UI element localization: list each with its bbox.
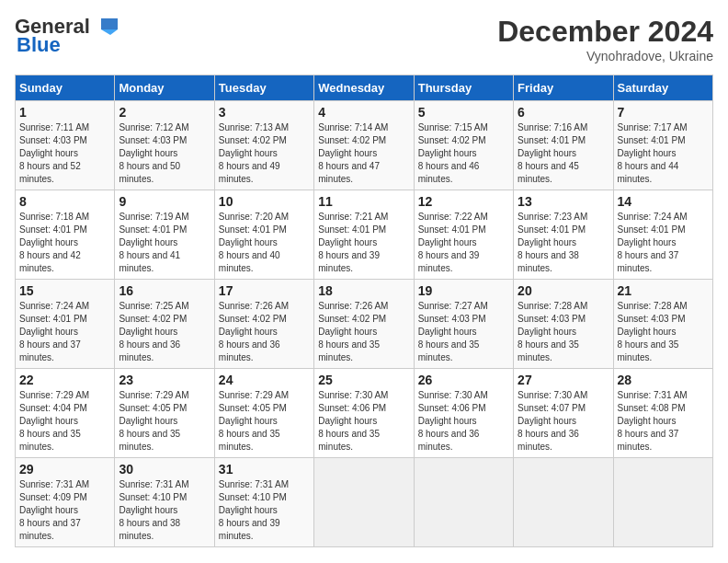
table-row: 6 Sunrise: 7:16 AM Sunset: 4:01 PM Dayli… (514, 101, 613, 190)
table-row: 23 Sunrise: 7:29 AM Sunset: 4:05 PM Dayl… (115, 369, 214, 458)
calendar-table: Sunday Monday Tuesday Wednesday Thursday… (15, 75, 713, 547)
table-row: 21 Sunrise: 7:28 AM Sunset: 4:03 PM Dayl… (613, 280, 712, 369)
svg-marker-0 (101, 18, 118, 29)
table-row: 13 Sunrise: 7:23 AM Sunset: 4:01 PM Dayl… (514, 190, 613, 280)
table-row: 27 Sunrise: 7:30 AM Sunset: 4:07 PM Dayl… (514, 369, 613, 458)
table-row: 10 Sunrise: 7:20 AM Sunset: 4:01 PM Dayl… (214, 190, 313, 280)
table-row: 26 Sunrise: 7:30 AM Sunset: 4:06 PM Dayl… (414, 369, 513, 458)
calendar-week-row: 22 Sunrise: 7:29 AM Sunset: 4:04 PM Dayl… (16, 369, 713, 458)
table-row: 20 Sunrise: 7:28 AM Sunset: 4:03 PM Dayl… (514, 280, 613, 369)
table-row: 12 Sunrise: 7:22 AM Sunset: 4:01 PM Dayl… (414, 190, 513, 280)
table-row: 8 Sunrise: 7:18 AM Sunset: 4:01 PM Dayli… (16, 190, 115, 280)
table-row: 7 Sunrise: 7:17 AM Sunset: 4:01 PM Dayli… (613, 101, 712, 190)
calendar-week-row: 15 Sunrise: 7:24 AM Sunset: 4:01 PM Dayl… (16, 280, 713, 369)
table-row (314, 458, 414, 547)
table-row: 17 Sunrise: 7:26 AM Sunset: 4:02 PM Dayl… (214, 280, 313, 369)
table-row: 9 Sunrise: 7:19 AM Sunset: 4:01 PM Dayli… (115, 190, 214, 280)
page-header: General Blue December 2024 Vynohradove, … (15, 15, 713, 63)
table-row: 3 Sunrise: 7:13 AM Sunset: 4:02 PM Dayli… (214, 101, 313, 190)
logo: General Blue (15, 15, 119, 57)
table-row: 11 Sunrise: 7:21 AM Sunset: 4:01 PM Dayl… (314, 190, 414, 280)
table-row (514, 458, 613, 547)
table-row: 14 Sunrise: 7:24 AM Sunset: 4:01 PM Dayl… (613, 190, 712, 280)
table-row: 2 Sunrise: 7:12 AM Sunset: 4:03 PM Dayli… (115, 101, 214, 190)
table-row: 15 Sunrise: 7:24 AM Sunset: 4:01 PM Dayl… (16, 280, 115, 369)
table-row: 31 Sunrise: 7:31 AM Sunset: 4:10 PM Dayl… (214, 458, 313, 547)
table-row: 1 Sunrise: 7:11 AM Sunset: 4:03 PM Dayli… (16, 101, 115, 190)
month-title: December 2024 (497, 15, 713, 49)
col-tuesday: Tuesday (214, 75, 313, 101)
col-monday: Monday (115, 75, 214, 101)
logo-blue: Blue (17, 33, 61, 57)
location-subtitle: Vynohradove, Ukraine (497, 49, 713, 63)
col-sunday: Sunday (16, 75, 115, 101)
title-block: December 2024 Vynohradove, Ukraine (497, 15, 713, 63)
table-row: 28 Sunrise: 7:31 AM Sunset: 4:08 PM Dayl… (613, 369, 712, 458)
col-wednesday: Wednesday (314, 75, 414, 101)
table-row: 22 Sunrise: 7:29 AM Sunset: 4:04 PM Dayl… (16, 369, 115, 458)
table-row: 24 Sunrise: 7:29 AM Sunset: 4:05 PM Dayl… (214, 369, 313, 458)
table-row: 4 Sunrise: 7:14 AM Sunset: 4:02 PM Dayli… (314, 101, 414, 190)
table-row (414, 458, 513, 547)
col-saturday: Saturday (613, 75, 712, 101)
logo-icon (92, 17, 119, 37)
col-thursday: Thursday (414, 75, 513, 101)
table-row: 19 Sunrise: 7:27 AM Sunset: 4:03 PM Dayl… (414, 280, 513, 369)
table-row: 16 Sunrise: 7:25 AM Sunset: 4:02 PM Dayl… (115, 280, 214, 369)
svg-marker-1 (101, 29, 118, 35)
calendar-week-row: 1 Sunrise: 7:11 AM Sunset: 4:03 PM Dayli… (16, 101, 713, 190)
calendar-week-row: 8 Sunrise: 7:18 AM Sunset: 4:01 PM Dayli… (16, 190, 713, 280)
table-row (613, 458, 712, 547)
col-friday: Friday (514, 75, 613, 101)
table-row: 18 Sunrise: 7:26 AM Sunset: 4:02 PM Dayl… (314, 280, 414, 369)
table-row: 29 Sunrise: 7:31 AM Sunset: 4:09 PM Dayl… (16, 458, 115, 547)
table-row: 5 Sunrise: 7:15 AM Sunset: 4:02 PM Dayli… (414, 101, 513, 190)
calendar-header-row: Sunday Monday Tuesday Wednesday Thursday… (16, 75, 713, 101)
table-row: 25 Sunrise: 7:30 AM Sunset: 4:06 PM Dayl… (314, 369, 414, 458)
calendar-week-row: 29 Sunrise: 7:31 AM Sunset: 4:09 PM Dayl… (16, 458, 713, 547)
table-row: 30 Sunrise: 7:31 AM Sunset: 4:10 PM Dayl… (115, 458, 214, 547)
